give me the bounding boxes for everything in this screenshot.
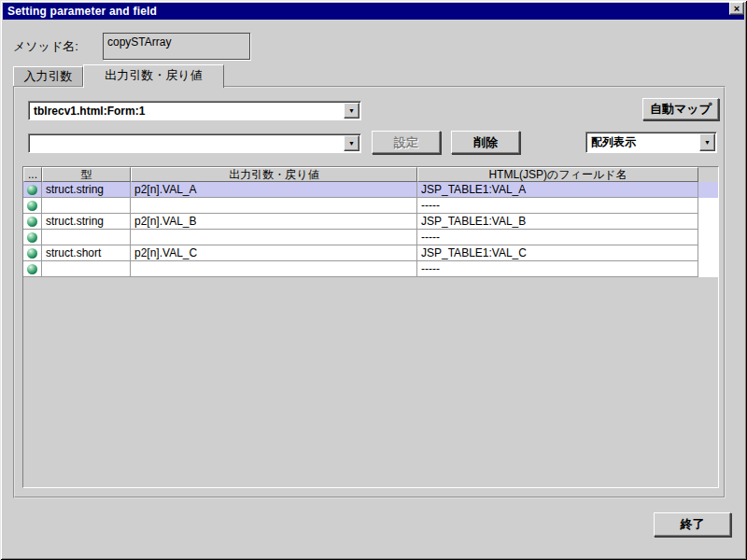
column-header-type[interactable]: 型 <box>42 167 131 182</box>
table-header-row: ... 型 出力引数・戻り値 HTML(JSP)のフィールド名 <box>23 167 718 182</box>
method-name-field[interactable]: copySTArray <box>103 33 250 60</box>
green-ball-icon <box>27 232 37 243</box>
tab-output-arguments[interactable]: 出力引数・戻り値 <box>83 64 224 88</box>
table-row[interactable]: struct.stringp2[n].VAL_BJSP_TABLE1:VAL_B <box>23 214 718 230</box>
display-mode-value: 配列表示 <box>586 134 698 150</box>
form-select-combobox[interactable]: tblrecv1.html:Form:1 ▼ <box>28 101 361 120</box>
field-select-combobox[interactable]: ▼ <box>28 133 361 153</box>
set-button: 設定 <box>372 131 441 154</box>
row-status-cell <box>23 198 42 214</box>
auto-map-button[interactable]: 自動マップ <box>642 98 719 120</box>
table-body: struct.stringp2[n].VAL_AJSP_TABLE1:VAL_A… <box>23 182 718 277</box>
chevron-down-icon[interactable]: ▼ <box>344 135 359 151</box>
green-ball-icon <box>27 264 37 274</box>
table-row[interactable]: ----- <box>23 198 718 214</box>
table-row[interactable]: ----- <box>23 230 718 245</box>
row-field-cell: JSP_TABLE1:VAL_C <box>417 245 698 261</box>
column-header-html-field[interactable]: HTML(JSP)のフィールド名 <box>417 167 698 182</box>
row-type-cell <box>42 261 131 277</box>
row-output-cell <box>131 230 417 245</box>
row-type-cell <box>42 230 131 245</box>
display-mode-combobox[interactable]: 配列表示 ▼ <box>585 132 717 153</box>
title-bar[interactable]: Setting parameter and field <box>3 3 744 20</box>
green-ball-icon <box>27 248 37 259</box>
column-header-output-arg[interactable]: 出力引数・戻り値 <box>131 167 417 182</box>
chevron-down-icon[interactable]: ▼ <box>699 133 715 151</box>
form-select-value: tblrecv1.html:Form:1 <box>29 105 343 118</box>
row-field-cell: ----- <box>417 230 698 245</box>
row-type-cell <box>42 198 131 214</box>
row-type-cell: struct.string <box>42 182 131 198</box>
row-output-cell: p2[n].VAL_A <box>131 182 417 198</box>
exit-button[interactable]: 終了 <box>654 512 731 537</box>
table-row[interactable]: struct.shortp2[n].VAL_CJSP_TABLE1:VAL_C <box>23 245 718 261</box>
row-type-cell: struct.string <box>42 214 131 230</box>
settings-dialog: Setting parameter and field × メソッド名: cop… <box>0 0 747 560</box>
green-ball-icon <box>27 201 37 211</box>
row-type-cell: struct.short <box>42 245 131 261</box>
table-row[interactable]: struct.stringp2[n].VAL_AJSP_TABLE1:VAL_A <box>23 182 718 198</box>
mapping-table: ... 型 出力引数・戻り値 HTML(JSP)のフィールド名 struct.s… <box>22 166 719 488</box>
table-row[interactable]: ----- <box>23 261 718 277</box>
row-field-cell: ----- <box>417 198 698 214</box>
row-status-cell <box>23 230 42 245</box>
delete-button[interactable]: 削除 <box>451 131 520 154</box>
row-output-cell <box>131 261 417 277</box>
column-header-status[interactable]: ... <box>23 167 42 182</box>
row-status-cell <box>23 245 42 261</box>
close-icon[interactable]: × <box>729 2 744 15</box>
row-field-cell: JSP_TABLE1:VAL_A <box>417 182 698 198</box>
row-output-cell <box>131 198 417 214</box>
tab-input-arguments[interactable]: 入力引数 <box>13 66 83 86</box>
row-status-cell <box>23 182 42 198</box>
green-ball-icon <box>27 217 37 227</box>
row-field-cell: ----- <box>417 261 698 277</box>
row-output-cell: p2[n].VAL_C <box>131 245 417 261</box>
row-status-cell <box>23 261 42 277</box>
row-output-cell: p2[n].VAL_B <box>131 214 417 230</box>
green-ball-icon <box>27 185 37 195</box>
method-name-label: メソッド名: <box>13 38 78 55</box>
window-title: Setting parameter and field <box>3 5 157 18</box>
row-status-cell <box>23 214 42 230</box>
chevron-down-icon[interactable]: ▼ <box>344 103 359 119</box>
row-field-cell: JSP_TABLE1:VAL_B <box>417 214 698 230</box>
